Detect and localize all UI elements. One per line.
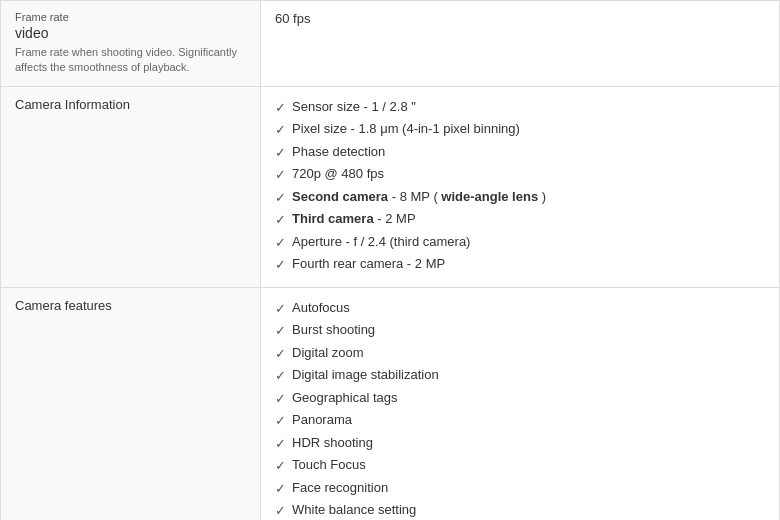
frame-rate-row: Frame rate video Frame rate when shootin… bbox=[1, 1, 780, 87]
check-icon: ✓ bbox=[275, 434, 286, 454]
item-text: 720p @ 480 fps bbox=[292, 164, 384, 184]
item-text: Digital image stabilization bbox=[292, 365, 439, 385]
item-text: Pixel size - 1.8 μm (4-in-1 pixel binnin… bbox=[292, 119, 520, 139]
list-item: ✓ Sensor size - 1 / 2.8 " bbox=[275, 97, 765, 118]
check-icon: ✓ bbox=[275, 411, 286, 431]
list-item: ✓ Touch Focus bbox=[275, 455, 765, 476]
frame-rate-main-label: video bbox=[15, 25, 246, 41]
item-text: Fourth rear camera - 2 MP bbox=[292, 254, 445, 274]
camera-features-row: Camera features ✓ Autofocus ✓ Burst shoo… bbox=[1, 287, 780, 520]
camera-features-label: Camera features bbox=[15, 298, 246, 313]
camera-information-row: Camera Information ✓ Sensor size - 1 / 2… bbox=[1, 86, 780, 287]
check-icon: ✓ bbox=[275, 98, 286, 118]
list-item: ✓ White balance setting bbox=[275, 500, 765, 520]
item-text: HDR shooting bbox=[292, 433, 373, 453]
item-text: White balance setting bbox=[292, 500, 416, 520]
check-icon: ✓ bbox=[275, 233, 286, 253]
check-icon: ✓ bbox=[275, 366, 286, 386]
camera-information-label-cell: Camera Information bbox=[1, 86, 261, 287]
list-item: ✓ Geographical tags bbox=[275, 388, 765, 409]
item-text: Aperture - f / 2.4 (third camera) bbox=[292, 232, 470, 252]
check-icon: ✓ bbox=[275, 210, 286, 230]
list-item: ✓ Aperture - f / 2.4 (third camera) bbox=[275, 232, 765, 253]
list-item: ✓ Fourth rear camera - 2 MP bbox=[275, 254, 765, 275]
frame-rate-label-cell: Frame rate video Frame rate when shootin… bbox=[1, 1, 261, 87]
list-item: ✓ Second camera - 8 MP ( wide-angle lens… bbox=[275, 187, 765, 208]
list-item: ✓ 720p @ 480 fps bbox=[275, 164, 765, 185]
camera-information-label: Camera Information bbox=[15, 97, 246, 112]
camera-information-list: ✓ Sensor size - 1 / 2.8 " ✓ Pixel size -… bbox=[275, 97, 765, 275]
bold-text: Second camera bbox=[292, 189, 388, 204]
list-item: ✓ Digital image stabilization bbox=[275, 365, 765, 386]
bold-text: Third camera bbox=[292, 211, 374, 226]
check-icon: ✓ bbox=[275, 255, 286, 275]
list-item: ✓ Burst shooting bbox=[275, 320, 765, 341]
frame-rate-value: 60 fps bbox=[275, 11, 310, 26]
check-icon: ✓ bbox=[275, 344, 286, 364]
list-item: ✓ Panorama bbox=[275, 410, 765, 431]
list-item: ✓ Face recognition bbox=[275, 478, 765, 499]
item-text: Geographical tags bbox=[292, 388, 398, 408]
item-text: Second camera - 8 MP ( wide-angle lens ) bbox=[292, 187, 546, 207]
check-icon: ✓ bbox=[275, 501, 286, 520]
item-text: Sensor size - 1 / 2.8 " bbox=[292, 97, 416, 117]
item-text: Phase detection bbox=[292, 142, 385, 162]
list-item: ✓ Autofocus bbox=[275, 298, 765, 319]
list-item: ✓ Digital zoom bbox=[275, 343, 765, 364]
camera-features-value-cell: ✓ Autofocus ✓ Burst shooting ✓ Digital z… bbox=[261, 287, 780, 520]
list-item: ✓ HDR shooting bbox=[275, 433, 765, 454]
item-text: Autofocus bbox=[292, 298, 350, 318]
frame-rate-description: Frame rate when shooting video. Signific… bbox=[15, 45, 246, 76]
frame-rate-value-cell: 60 fps bbox=[261, 1, 780, 87]
camera-features-label-cell: Camera features bbox=[1, 287, 261, 520]
check-icon: ✓ bbox=[275, 299, 286, 319]
check-icon: ✓ bbox=[275, 188, 286, 208]
list-item: ✓ Pixel size - 1.8 μm (4-in-1 pixel binn… bbox=[275, 119, 765, 140]
camera-information-value-cell: ✓ Sensor size - 1 / 2.8 " ✓ Pixel size -… bbox=[261, 86, 780, 287]
check-icon: ✓ bbox=[275, 456, 286, 476]
camera-features-list: ✓ Autofocus ✓ Burst shooting ✓ Digital z… bbox=[275, 298, 765, 520]
bold-text: wide-angle lens bbox=[441, 189, 538, 204]
item-text: Panorama bbox=[292, 410, 352, 430]
list-item: ✓ Third camera - 2 MP bbox=[275, 209, 765, 230]
check-icon: ✓ bbox=[275, 321, 286, 341]
item-text: Face recognition bbox=[292, 478, 388, 498]
check-icon: ✓ bbox=[275, 479, 286, 499]
check-icon: ✓ bbox=[275, 389, 286, 409]
check-icon: ✓ bbox=[275, 143, 286, 163]
list-item: ✓ Phase detection bbox=[275, 142, 765, 163]
check-icon: ✓ bbox=[275, 165, 286, 185]
check-icon: ✓ bbox=[275, 120, 286, 140]
item-text: Third camera - 2 MP bbox=[292, 209, 416, 229]
item-text: Digital zoom bbox=[292, 343, 364, 363]
item-text: Burst shooting bbox=[292, 320, 375, 340]
item-text: Touch Focus bbox=[292, 455, 366, 475]
spec-table: Frame rate video Frame rate when shootin… bbox=[0, 0, 780, 520]
frame-rate-top-label: Frame rate bbox=[15, 11, 246, 23]
